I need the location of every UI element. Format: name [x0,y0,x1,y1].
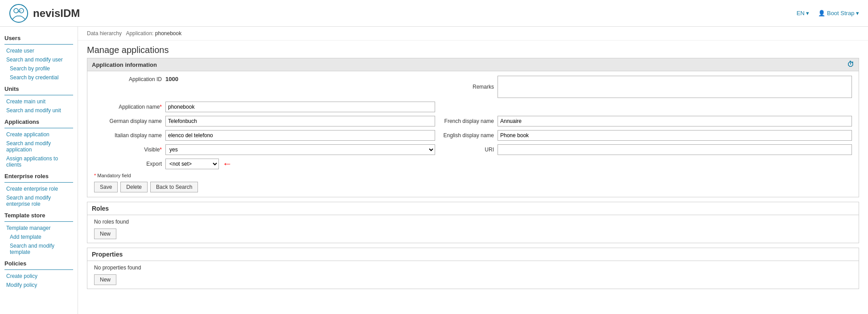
visible-uri-row: Visible* yes no URI [94,144,852,155]
italian-english-row: Italian display name English display nam… [94,130,852,141]
sidebar-section-policies: Policies [0,257,78,269]
back-to-search-button[interactable]: Back to Search [150,182,198,192]
sidebar-item-modify-policy[interactable]: Modify policy [0,281,78,290]
language-selector[interactable]: EN ▾ [797,10,810,16]
properties-header: Properties [87,248,859,261]
user-menu[interactable]: 👤 Boot Strap ▾ [818,10,859,16]
uri-label: URI [435,147,498,153]
sidebar-item-add-template[interactable]: Add template [0,232,78,241]
roles-body: No roles found New [87,215,859,243]
svg-point-0 [10,4,28,22]
logo-area: nevisIDM [9,4,80,23]
sidebar-item-create-policy[interactable]: Create policy [0,272,78,281]
app-name-required: * [160,104,162,110]
remarks-input[interactable] [498,76,852,98]
section-body: Application ID 1000 Remarks Application … [87,71,859,197]
app-name-input[interactable] [165,102,435,112]
sidebar: UsersCreate userSearch and modify userSe… [0,27,78,314]
sidebar-item-search-and-modify-enterprise-role[interactable]: Search and modify enterprise role [0,193,78,208]
action-buttons: Save Delete Back to Search [94,182,852,192]
section-title: Application information [92,61,157,68]
italian-left: Italian display name [94,130,435,141]
page-title: Manage applications [78,41,868,58]
mandatory-text: Mandatory field [97,173,131,178]
italian-label: Italian display name [94,132,165,139]
sidebar-item-search-and-modify-template[interactable]: Search and modify template [0,241,78,257]
export-label: Export [94,161,165,167]
mandatory-star: * [94,173,96,178]
sidebar-item-search-by-profile[interactable]: Search by profile [0,64,78,73]
logo-icon [9,4,29,23]
german-input[interactable] [165,116,435,126]
breadcrumb-app-link[interactable]: phonebook [155,30,181,37]
sidebar-item-create-main-unit[interactable]: Create main unit [0,97,78,106]
german-french-row: German display name French display name [94,116,852,126]
breadcrumb-app-label: Application: [126,30,153,37]
header: nevisIDM EN ▾ 👤 Boot Strap ▾ [0,0,868,27]
sidebar-item-create-enterprise-role[interactable]: Create enterprise role [0,184,78,193]
sidebar-item-search-and-modify-unit[interactable]: Search and modify unit [0,106,78,115]
export-left: Export <not set> yes no ← [94,159,435,169]
app-id-right: Remarks [435,76,852,98]
sidebar-section-template-store: Template store [0,208,78,220]
sidebar-item-create-user[interactable]: Create user [0,46,78,55]
remarks-label: Remarks [435,84,498,90]
english-input[interactable] [498,130,852,141]
app-id-left: Application ID 1000 [94,76,435,82]
german-label: German display name [94,118,165,124]
main-layout: UsersCreate userSearch and modify userSe… [0,27,868,314]
sidebar-section-units: Units [0,82,78,94]
sidebar-section-applications: Applications [0,115,78,127]
sidebar-item-search-by-credential[interactable]: Search by credential [0,73,78,82]
roles-empty-text: No roles found [94,219,852,225]
uri-right: URI [435,144,852,155]
sidebar-item-search-and-modify-application[interactable]: Search and modify application [0,139,78,154]
roles-new-button[interactable]: New [94,228,116,239]
app-id-value: 1000 [165,76,178,82]
section-header: Application information ⏱ [87,58,859,71]
visible-required: * [160,147,162,153]
visible-label: Visible* [94,147,165,153]
visible-left: Visible* yes no [94,144,435,155]
visible-select[interactable]: yes no [165,144,435,155]
sidebar-divider [4,44,73,45]
properties-body: No properties found New [87,261,859,289]
sidebar-divider [4,182,73,183]
content-area: Data hierarchy Application: phonebook Ma… [78,27,868,314]
uri-input[interactable] [498,144,852,155]
sidebar-divider [4,269,73,270]
export-select[interactable]: <not set> yes no [165,159,219,169]
red-arrow-annotation: ← [222,159,232,169]
italian-input[interactable] [165,130,435,141]
sidebar-section-enterprise-roles: Enterprise roles [0,169,78,181]
logo-text: nevisIDM [33,7,80,20]
breadcrumb: Data hierarchy Application: phonebook [78,27,868,41]
sidebar-section-users: Users [0,31,78,43]
app-id-label: Application ID [94,76,165,82]
roles-header: Roles [87,202,859,215]
french-input[interactable] [498,116,852,126]
properties-empty-text: No properties found [94,265,852,271]
roles-section: Roles No roles found New [87,202,859,243]
app-name-left: Application name* [94,102,435,112]
properties-new-button[interactable]: New [94,274,116,285]
export-row: Export <not set> yes no ← [94,159,852,169]
french-label: French display name [435,118,498,124]
save-button[interactable]: Save [94,182,118,192]
clock-icon: ⏱ [847,61,854,69]
french-right: French display name [435,116,852,126]
properties-section: Properties No properties found New [87,248,859,289]
german-left: German display name [94,116,435,126]
sidebar-divider [4,128,73,128]
sidebar-item-assign-applications-to-clients[interactable]: Assign applications to clients [0,154,78,169]
delete-button[interactable]: Delete [120,182,148,192]
english-right: English display name [435,130,852,141]
app-name-row: Application name* [94,102,852,112]
sidebar-divider [4,221,73,222]
header-right: EN ▾ 👤 Boot Strap ▾ [797,10,859,16]
sidebar-item-template-manager[interactable]: Template manager [0,224,78,232]
sidebar-item-create-application[interactable]: Create application [0,130,78,139]
sidebar-item-search-and-modify-user[interactable]: Search and modify user [0,55,78,64]
app-info-section: Application information ⏱ Application ID… [87,58,859,197]
english-label: English display name [435,132,498,139]
